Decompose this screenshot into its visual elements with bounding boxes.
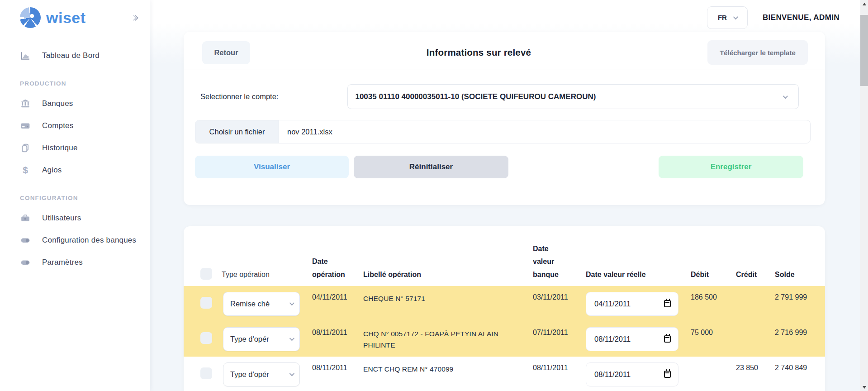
sidebar-item-historique[interactable]: Historique bbox=[0, 137, 150, 159]
reset-button[interactable]: Réinitialiser bbox=[354, 156, 508, 178]
sidebar-section-configuration: CONFIGURATION bbox=[0, 195, 150, 201]
file-input[interactable]: Choisir un fichier nov 2011.xlsx bbox=[195, 120, 811, 143]
cell-date-operation: 04/11/2011 bbox=[312, 286, 363, 301]
cell-solde: 2 740 849 bbox=[775, 357, 810, 372]
sidebar-item-label: Configuration des banques bbox=[42, 236, 136, 245]
account-select[interactable]: 10035 01110 40000035011-10 (SOCIETE QUIF… bbox=[347, 84, 799, 109]
cell-libelle: CHQ N° 0057172 - FOAPÀ PETYIN ALAIN PHIL… bbox=[363, 321, 533, 351]
calendar-icon[interactable] bbox=[664, 335, 671, 343]
wiset-pie-logo-icon bbox=[20, 7, 41, 28]
operation-type-select[interactable]: Type d'opér bbox=[223, 362, 300, 386]
visualize-button[interactable]: Visualiser bbox=[195, 156, 349, 178]
scroll-up-arrow-icon[interactable] bbox=[860, 0, 868, 8]
chevron-down-icon bbox=[289, 371, 294, 376]
language-selector[interactable]: FR bbox=[707, 6, 748, 29]
save-button[interactable]: Enregistrer bbox=[659, 156, 803, 178]
sidebar-section-production: PRODUCTION bbox=[0, 80, 150, 87]
col-header-debit: Débit bbox=[691, 268, 736, 281]
scroll-down-arrow-icon[interactable] bbox=[860, 383, 868, 391]
sidebar-nav: Tableau de Bord PRODUCTION Banques Compt… bbox=[0, 44, 150, 273]
credit-card-icon bbox=[20, 121, 31, 131]
sidebar-item-label: Paramètres bbox=[42, 258, 83, 267]
cell-libelle: CHEQUE N° 57171 bbox=[363, 286, 533, 305]
sidebar-item-agios[interactable]: $ Agios bbox=[0, 159, 150, 181]
main-area: FR BIENVENUE, ADMIN Retour Informations … bbox=[150, 0, 868, 391]
row-checkbox[interactable] bbox=[200, 367, 212, 379]
operation-type-value: Remise chè bbox=[230, 300, 270, 308]
calendar-icon[interactable] bbox=[664, 300, 671, 307]
download-template-button[interactable]: Télécharger le template bbox=[707, 40, 808, 65]
back-button[interactable]: Retour bbox=[202, 41, 250, 64]
date-valeur-reelle-input[interactable]: 08/11/2011 bbox=[586, 362, 678, 386]
file-name: nov 2011.xlsx bbox=[287, 128, 332, 136]
account-select-value: 10035 01110 40000035011-10 (SOCIETE QUIF… bbox=[355, 92, 596, 101]
page-title: Informations sur relevé bbox=[250, 47, 707, 58]
briefcase-icon bbox=[20, 213, 31, 223]
calendar-icon[interactable] bbox=[664, 371, 671, 378]
account-row: Selectionner le compte: 10035 01110 4000… bbox=[184, 84, 825, 109]
sidebar-item-label: Comptes bbox=[42, 121, 73, 130]
col-header-type: Type opération bbox=[222, 268, 312, 281]
cell-libelle: ENCT CHQ REM N° 470099 bbox=[363, 357, 533, 375]
language-value: FR bbox=[718, 14, 727, 21]
operation-type-select[interactable]: Remise chè bbox=[223, 292, 300, 316]
sidebar-item-configuration-banques[interactable]: Configuration des banques bbox=[0, 229, 150, 251]
sidebar-item-dashboard[interactable]: Tableau de Bord bbox=[0, 44, 150, 67]
sidebar-item-label: Agios bbox=[42, 166, 62, 175]
col-header-date-valeur-reelle: Date valeur réelle bbox=[586, 268, 691, 281]
app-root: wiset Tableau de Bord PRODUCTION Banques bbox=[0, 0, 868, 391]
choose-file-button[interactable]: Choisir un fichier bbox=[195, 120, 279, 143]
col-header-date-operation: Date opération bbox=[312, 255, 348, 281]
date-valeur-reelle-input[interactable]: 08/11/2011 bbox=[586, 327, 678, 351]
col-header-date-valeur-banque: Date valeur banque bbox=[533, 243, 569, 281]
toggle-icon bbox=[20, 235, 31, 245]
operation-type-select[interactable]: Type d'opér bbox=[223, 327, 300, 351]
sidebar-collapse-icon[interactable] bbox=[132, 16, 138, 20]
topbar: FR BIENVENUE, ADMIN bbox=[150, 0, 868, 29]
operation-type-value: Type d'opér bbox=[230, 335, 269, 343]
cell-solde: 2 716 999 bbox=[775, 321, 810, 337]
toggle-icon bbox=[20, 257, 31, 267]
bank-icon bbox=[20, 99, 31, 109]
sidebar: wiset Tableau de Bord PRODUCTION Banques bbox=[0, 0, 150, 391]
sidebar-item-banques[interactable]: Banques bbox=[0, 92, 150, 114]
col-header-credit: Crédit bbox=[736, 268, 775, 281]
chevron-down-icon bbox=[289, 300, 294, 305]
brand-name: wiset bbox=[46, 9, 86, 27]
cell-date-valeur-banque: 08/11/2011 bbox=[533, 357, 586, 372]
row-checkbox[interactable] bbox=[200, 297, 212, 309]
cell-credit bbox=[736, 286, 775, 293]
table-row: Type d'opér 08/11/2011 ENCT CHQ REM N° 4… bbox=[184, 357, 825, 391]
table-row: Remise chè 04/11/2011 CHEQUE N° 57171 03… bbox=[184, 286, 825, 321]
brand-logo[interactable]: wiset bbox=[20, 7, 86, 28]
sidebar-item-utilisateurs[interactable]: Utilisateurs bbox=[0, 207, 150, 229]
welcome-text: BIENVENUE, ADMIN bbox=[763, 13, 840, 22]
chevron-down-icon bbox=[783, 93, 788, 98]
date-value: 08/11/2011 bbox=[594, 335, 631, 343]
operations-table-card: Type opération Date opération Libellé op… bbox=[184, 226, 825, 391]
dollar-icon: $ bbox=[20, 165, 31, 175]
cell-date-valeur-banque: 07/11/2011 bbox=[533, 321, 586, 337]
select-all-checkbox[interactable] bbox=[200, 268, 212, 280]
cell-date-operation: 08/11/2011 bbox=[312, 357, 363, 372]
actions-row: Visualiser Réinitialiser Enregistrer bbox=[184, 156, 825, 178]
vertical-scrollbar[interactable] bbox=[860, 0, 868, 391]
cell-debit: 75 000 bbox=[691, 321, 736, 337]
scrollbar-thumb[interactable] bbox=[860, 15, 868, 86]
row-checkbox[interactable] bbox=[200, 332, 212, 344]
cell-date-operation: 08/11/2011 bbox=[312, 321, 363, 337]
history-copy-icon bbox=[20, 143, 31, 153]
table-header-row: Type opération Date opération Libellé op… bbox=[184, 226, 825, 286]
date-valeur-reelle-input[interactable]: 04/11/2011 bbox=[586, 292, 678, 316]
date-value: 08/11/2011 bbox=[594, 370, 631, 379]
cell-debit bbox=[691, 357, 736, 364]
account-select-label: Selectionner le compte: bbox=[200, 92, 278, 101]
operation-type-value: Type d'opér bbox=[230, 370, 269, 379]
cell-date-valeur-banque: 03/11/2011 bbox=[533, 286, 586, 301]
sidebar-item-parametres[interactable]: Paramètres bbox=[0, 251, 150, 273]
col-header-libelle: Libellé opération bbox=[363, 268, 533, 281]
sidebar-item-comptes[interactable]: Comptes bbox=[0, 114, 150, 137]
chevron-down-icon bbox=[289, 336, 294, 341]
sidebar-item-label: Historique bbox=[42, 143, 78, 153]
cell-credit: 23 850 bbox=[736, 357, 775, 372]
